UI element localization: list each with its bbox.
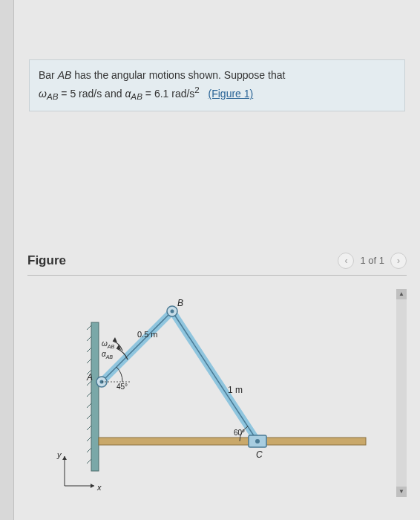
svg-marker-30 [91,484,94,488]
figure-area: A B C 0.5 m 1 m 45° 60° ωAB αAB x y ▲ ▼ [27,289,407,497]
label-B: B [177,298,183,308]
omega-sub: AB [47,91,59,101]
figure-pager: ‹ 1 of 1 › [338,253,407,269]
scroll-up-icon[interactable]: ▲ [396,289,407,299]
label-C: C [256,449,263,460]
text: Bar [39,69,58,81]
divider [27,275,407,276]
angle-A: 45° [117,383,128,391]
next-button[interactable]: › [390,253,407,269]
svg-text:αAB: αAB [102,350,113,360]
svg-line-8 [87,403,91,408]
svg-rect-0 [91,322,99,471]
label-A: A [86,372,93,383]
omega-label: ω [102,339,108,348]
svg-line-18 [172,311,257,441]
squared: 2 [194,85,199,94]
scroll-track[interactable] [396,299,407,487]
svg-point-22 [171,309,174,313]
axis-y: y [56,450,62,459]
figure-link[interactable]: (Figure 1) [209,88,254,100]
svg-line-10 [87,426,91,430]
omega-symbol: ω [39,88,47,100]
pager-text: 1 of 1 [360,255,384,266]
bar-name: AB [58,69,72,81]
svg-text:ωAB: ωAB [102,339,114,349]
figure-title: Figure [27,253,66,268]
text: has the angular motions shown. Suppose t… [71,69,285,81]
problem-statement: Bar AB has the angular motions shown. Su… [29,59,405,111]
svg-line-7 [87,392,91,397]
svg-line-2 [87,337,91,341]
svg-line-11 [87,437,91,441]
alpha-sub: AB [131,91,142,101]
angle-C: 60° [234,429,245,437]
mechanism-diagram: A B C 0.5 m 1 m 45° 60° ωAB αAB x y [42,293,369,496]
axis-x: x [96,483,102,492]
len-BC: 1 m [228,385,243,395]
svg-rect-14 [99,438,366,445]
svg-line-9 [87,415,91,419]
vertical-scrollbar[interactable]: ▲ ▼ [396,289,407,497]
text: = 5 rad/s and [58,88,125,100]
svg-point-24 [255,439,260,443]
svg-line-12 [87,448,91,452]
svg-line-1 [87,325,91,330]
svg-line-13 [87,459,91,464]
text: = 6.1 rad/s [142,88,194,100]
scroll-down-icon[interactable]: ▼ [396,487,407,497]
len-AB: 0.5 m [137,330,158,339]
svg-line-3 [87,348,91,352]
prev-button[interactable]: ‹ [338,253,354,269]
svg-line-4 [87,359,91,363]
svg-marker-31 [62,456,67,460]
